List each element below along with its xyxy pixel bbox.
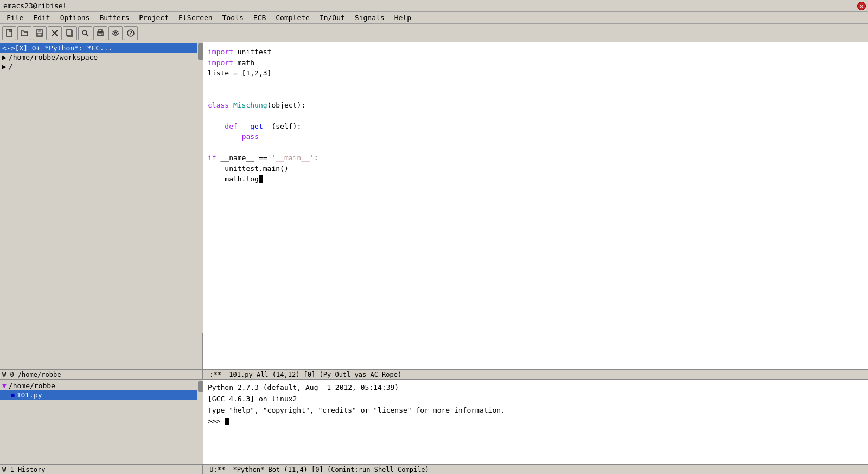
expand-icon-root: ▶ — [2, 62, 7, 71]
menu-inout[interactable]: In/Out — [315, 13, 349, 22]
upper-status-bar: -:**- 101.py All (14,12) [0] (Py Outl ya… — [203, 369, 868, 379]
copy-button[interactable] — [63, 26, 77, 40]
upper-left-status: W-0 /home/robbe — [0, 369, 202, 379]
svg-rect-8 — [67, 30, 72, 35]
shell-line-3: Type "help", "copyright", "credits" or "… — [208, 406, 505, 414]
svg-rect-13 — [99, 34, 102, 35]
upper-status-text: -:**- 101.py All (14,12) [0] (Py Outl ya… — [206, 371, 401, 378]
menu-edit[interactable]: Edit — [29, 13, 54, 22]
title-text: emacs23@ribisel — [3, 2, 67, 10]
menu-elscreen[interactable]: ElScreen — [174, 13, 217, 22]
shell-prompt: >>> — [208, 417, 225, 425]
left-panel: <->[X] 0+ *Python*: *EC... ▶ /home/robbe… — [0, 42, 203, 379]
buffer-item-text: <->[X] 0+ *Python*: *EC... — [2, 44, 113, 52]
menu-file[interactable]: File — [2, 13, 28, 22]
dir-item-workspace[interactable]: ▶ /home/robbe/workspace — [0, 53, 202, 62]
menu-buffers[interactable]: Buffers — [95, 13, 133, 22]
shell-panel[interactable]: Python 2.7.3 (default, Aug 1 2012, 05:14… — [203, 380, 868, 474]
new-file-button[interactable] — [2, 26, 16, 40]
lower-left-scrollbar[interactable] — [197, 380, 203, 464]
dir-item-root-label: / — [9, 62, 13, 71]
save-file-button[interactable] — [33, 26, 47, 40]
lower-left-status: W-1 History — [0, 464, 202, 474]
lower-scrollbar-thumb[interactable] — [198, 381, 203, 392]
menu-signals[interactable]: Signals — [350, 13, 389, 22]
settings-button[interactable] — [108, 26, 123, 40]
lower-status-text: -U:**- *Python* Bot (11,4) [0] (Comint:r… — [206, 466, 429, 473]
svg-rect-3 — [38, 30, 41, 32]
dir-item-root[interactable]: ▶ / — [0, 62, 202, 71]
expand-icon: ▶ — [2, 53, 7, 61]
scrollbar-thumb[interactable] — [198, 43, 203, 60]
close-buffer-button[interactable] — [48, 26, 62, 40]
upper-left-status-text: W-0 /home/robbe — [2, 371, 61, 378]
title-bar: emacs23@ribisel ✕ — [0, 0, 868, 12]
svg-line-10 — [86, 34, 88, 36]
menu-complete[interactable]: Complete — [271, 13, 314, 22]
menu-project[interactable]: Project — [135, 13, 173, 22]
file-tree: ▼ /home/robbe ■ 101.py — [0, 380, 202, 464]
search-button[interactable] — [78, 26, 92, 40]
menu-ecb[interactable]: ECB — [249, 13, 270, 22]
shell-line-2: [GCC 4.6.3] on linux2 — [208, 395, 297, 403]
buffer-list: <->[X] 0+ *Python*: *EC... ▶ /home/robbe… — [0, 42, 202, 369]
menu-tools[interactable]: Tools — [218, 13, 248, 22]
svg-text:?: ? — [129, 30, 132, 36]
code-area[interactable]: import unittest import math liste = [1,2… — [203, 42, 868, 369]
lower-pane: ▼ /home/robbe ■ 101.py W-1 History Pytho… — [0, 379, 868, 474]
print-button[interactable] — [93, 26, 107, 40]
open-file-button[interactable] — [17, 26, 31, 40]
shell-line-1: Python 2.7.3 (default, Aug 1 2012, 05:14… — [208, 383, 399, 391]
editor-panel[interactable]: import unittest import math liste = [1,2… — [203, 42, 868, 379]
shell-cursor — [225, 418, 229, 425]
main-layout: <->[X] 0+ *Python*: *EC... ▶ /home/robbe… — [0, 42, 868, 474]
menu-bar: File Edit Options Buffers Project ElScre… — [0, 12, 868, 24]
help-button[interactable]: ? — [124, 26, 138, 40]
close-button[interactable]: ✕ — [857, 2, 866, 10]
shell-content[interactable]: Python 2.7.3 (default, Aug 1 2012, 05:14… — [203, 380, 868, 464]
lower-left-panel: ▼ /home/robbe ■ 101.py W-1 History — [0, 380, 203, 474]
tree-item-101py[interactable]: ■ 101.py — [0, 390, 202, 400]
lower-status-bar: -U:**- *Python* Bot (11,4) [0] (Comint:r… — [203, 464, 868, 474]
menu-options[interactable]: Options — [56, 13, 94, 22]
dir-item-label: /home/robbe/workspace — [9, 53, 98, 61]
svg-point-9 — [82, 30, 87, 35]
file-icon: ■ — [11, 391, 15, 399]
tree-dir-label: /home/robbe — [9, 382, 55, 390]
buffer-item-active[interactable]: <->[X] 0+ *Python*: *EC... — [0, 43, 202, 53]
tree-item-label: 101.py — [17, 391, 42, 399]
toolbar: ? — [0, 24, 868, 42]
tree-dir-home[interactable]: ▼ /home/robbe — [0, 381, 202, 390]
left-scrollbar[interactable] — [197, 42, 203, 333]
menu-help[interactable]: Help — [390, 13, 416, 22]
lower-left-status-text: W-1 History — [2, 466, 45, 473]
svg-point-14 — [114, 32, 117, 34]
upper-pane: <->[X] 0+ *Python*: *EC... ▶ /home/robbe… — [0, 42, 868, 379]
svg-rect-12 — [99, 30, 102, 32]
tree-expand-icon: ▼ — [2, 382, 7, 390]
svg-rect-4 — [37, 33, 42, 36]
